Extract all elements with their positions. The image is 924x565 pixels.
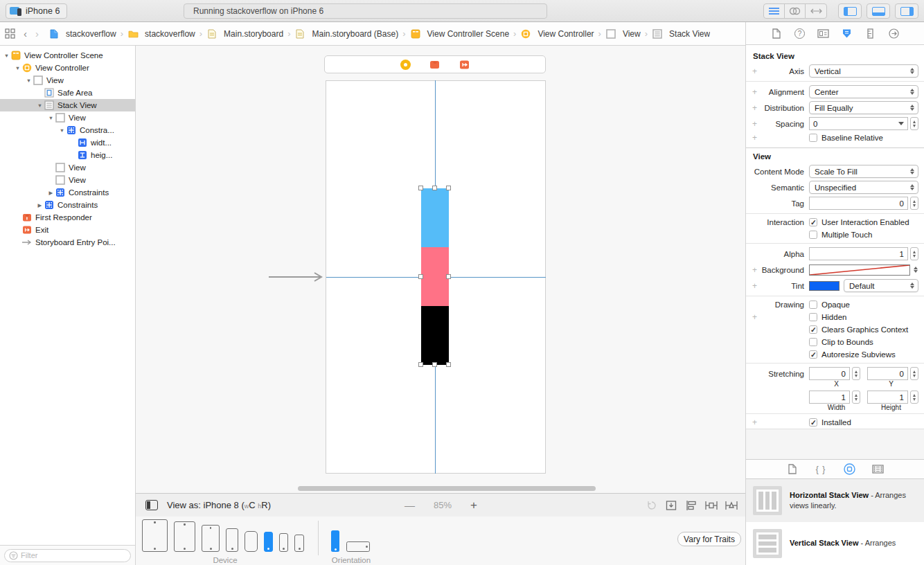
add-variation-button[interactable] [752,265,757,275]
assistant-editor-button[interactable] [785,4,806,18]
zoom-in-button[interactable]: + [470,499,477,512]
orientation-portrait-button[interactable] [331,530,339,552]
update-frames-icon[interactable] [646,500,658,511]
outline-row-view[interactable]: ▼View [0,74,135,87]
opaque-checkbox[interactable] [809,301,817,309]
add-constraints-icon[interactable] [704,500,718,511]
breadcrumb-item[interactable]: Stack View [652,29,710,39]
add-variation-button[interactable] [752,281,757,291]
first-responder-dock-icon[interactable] [429,60,441,70]
attributes-inspector-tab[interactable] [841,28,853,39]
stretching-x-field[interactable]: 0 [809,367,850,380]
device-ipad[interactable] [202,525,220,552]
library-item-vertical-stack-view[interactable]: Vertical Stack View - Arranges [746,522,924,565]
scheme-selector-button[interactable]: iPhone 6 [6,3,67,19]
stretching-x-stepper[interactable] [852,367,860,380]
disclosure-triangle[interactable]: ▼ [36,102,44,109]
clears-graphics-checkbox[interactable] [809,325,817,334]
connections-inspector-tab[interactable] [888,28,900,39]
stretching-y-stepper[interactable] [910,367,918,380]
outline-row-view[interactable]: View [0,161,135,174]
resolve-autolayout-icon[interactable] [725,500,738,511]
media-library-tab[interactable] [871,465,884,474]
size-inspector-tab[interactable] [864,28,877,39]
toggle-inspectors-button[interactable] [895,3,918,19]
outline-row-safe-area[interactable]: Safe Area [0,87,135,99]
disclosure-triangle[interactable]: ▶ [36,202,44,208]
tint-color-well[interactable] [809,281,839,291]
distribution-popup[interactable]: Fill Equally [809,101,918,114]
clip-to-bounds-checkbox[interactable] [809,338,817,346]
version-editor-button[interactable] [806,4,826,18]
device-ipad-pro-129[interactable] [142,519,168,552]
tag-field[interactable]: 0 [809,197,908,210]
align-icon[interactable] [684,500,698,511]
standard-editor-button[interactable] [764,4,785,18]
disclosure-triangle[interactable]: ▼ [58,127,66,134]
outline-row-widt[interactable]: widt... [0,136,135,149]
baseline-relative-checkbox[interactable] [809,134,817,142]
selection-handle[interactable] [446,274,451,279]
axis-popup[interactable]: Vertical [809,64,918,78]
disclosure-triangle[interactable]: ▶ [47,190,55,196]
outline-row-heig[interactable]: heig... [0,149,135,161]
library-item-horizontal-stack-view[interactable]: Horizontal Stack View - Arranges views l… [746,479,924,522]
vary-for-traits-button[interactable]: Vary for Traits [677,532,741,546]
breadcrumb-item[interactable]: stackoverflow [48,29,116,39]
breadcrumb-item[interactable]: View [605,29,641,39]
disclosure-triangle[interactable]: ▼ [25,78,33,84]
content-mode-popup[interactable]: Scale To Fill [809,165,918,178]
stack-block-bottom[interactable] [421,306,449,365]
background-color-well[interactable] [809,264,910,276]
add-variation-button[interactable] [752,103,757,113]
related-items-icon[interactable] [5,28,15,39]
stretching-width-stepper[interactable] [852,391,860,404]
selection-handle[interactable] [418,274,423,279]
outline-row-view-controller[interactable]: ▼View Controller [0,62,135,74]
view-controller-dock-icon[interactable] [400,60,411,70]
multiple-touch-checkbox[interactable] [809,231,817,239]
add-variation-button[interactable] [752,133,757,143]
selection-handle[interactable] [446,362,451,367]
storyboard-canvas[interactable] [136,46,745,493]
horizontal-scrollbar[interactable] [298,486,596,491]
storyboard-entry-point-arrow[interactable] [267,271,327,283]
selection-handle[interactable] [418,362,423,367]
toggle-debug-area-button[interactable] [867,3,890,19]
user-interaction-checkbox[interactable] [809,218,817,226]
stretching-width-field[interactable]: 1 [809,391,850,404]
selection-handle[interactable] [446,186,451,190]
outline-row-view[interactable]: ▼View [0,111,135,124]
breadcrumb-item[interactable]: View Controller [520,29,594,39]
outline-row-constra[interactable]: ▼Constra... [0,124,135,136]
outline-row-constraints[interactable]: ▶Constraints [0,186,135,199]
view-as-label[interactable]: View as: iPhone 8 (wC hR) [167,500,271,510]
breadcrumb-item[interactable]: Main.storyboard [206,29,283,39]
embed-in-stack-icon[interactable] [664,500,678,511]
outline-row-exit[interactable]: Exit [0,224,135,236]
outline-row-first-responder[interactable]: First Responder [0,211,135,224]
outline-row-constraints[interactable]: ▶Constraints [0,199,135,211]
disclosure-triangle[interactable]: ▼ [47,115,55,121]
stretching-y-field[interactable]: 0 [867,367,908,380]
background-popup-arrows[interactable] [912,267,918,273]
tint-popup[interactable]: Default [844,279,918,292]
stack-block-top[interactable] [421,188,449,247]
outline-row-view-controller-scene[interactable]: ▼View Controller Scene [0,49,135,62]
zoom-out-button[interactable]: — [405,499,415,511]
selection-handle[interactable] [432,362,437,367]
stack-view-on-canvas[interactable] [421,188,449,365]
zoom-level[interactable]: 85% [434,500,452,510]
device-iphone-x[interactable] [245,531,258,552]
selection-handle[interactable] [432,186,437,190]
alpha-stepper[interactable] [910,247,918,260]
object-library-tab[interactable] [843,463,855,475]
alpha-field[interactable]: 1 [809,247,908,260]
exit-dock-icon[interactable] [459,60,470,70]
disclosure-triangle[interactable]: ▼ [14,65,21,71]
breadcrumb-item[interactable]: Main.storyboard (Base) [294,29,398,39]
alignment-popup[interactable]: Center [809,85,918,98]
spacing-field[interactable]: 0 [809,117,908,130]
device-iphone-4s[interactable] [294,535,304,552]
disclosure-triangle[interactable]: ▼ [3,53,10,59]
